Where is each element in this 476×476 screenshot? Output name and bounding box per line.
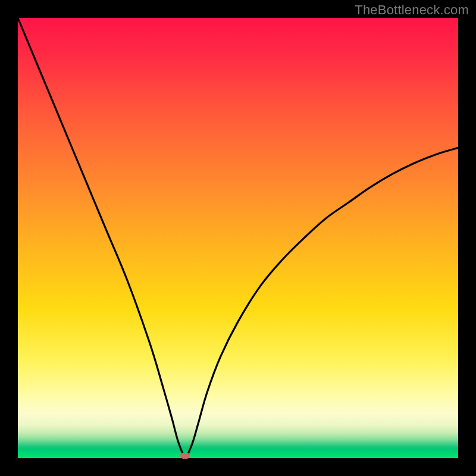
bottleneck-curve <box>18 18 458 458</box>
optimum-marker <box>180 453 190 459</box>
watermark-text: TheBottleneck.com <box>355 2 469 18</box>
chart-frame: TheBottleneck.com <box>0 0 476 476</box>
chart-plot-area <box>18 18 458 458</box>
